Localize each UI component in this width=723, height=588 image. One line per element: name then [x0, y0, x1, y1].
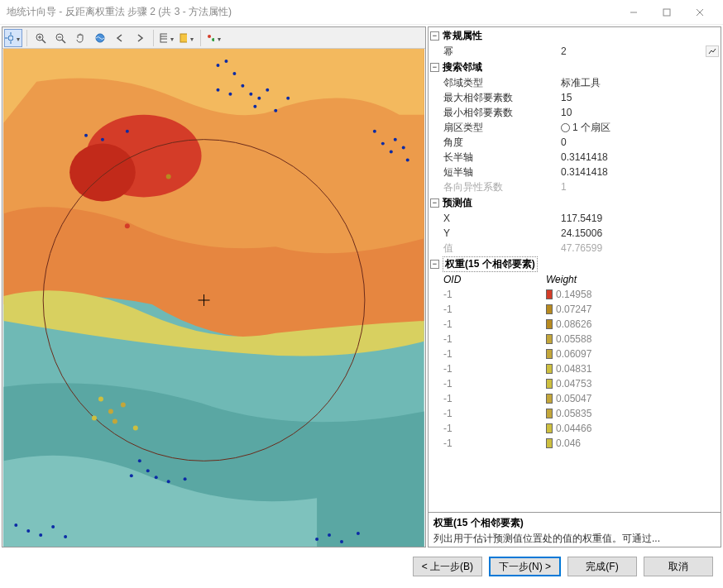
collapse-icon[interactable]: − [430, 63, 439, 72]
prop-angle[interactable]: 角度 0 [429, 135, 721, 150]
collapse-icon[interactable]: − [430, 198, 439, 208]
weight-row[interactable]: -10.05047 [429, 391, 721, 406]
prop-neighborhood-type[interactable]: 邻域类型 标准工具 [429, 75, 721, 90]
properties-list: − 常规属性 幂 2 − 搜索邻域 邻域类型 标准工具 最大相邻要素数 15 [429, 27, 721, 512]
svg-point-62 [328, 533, 331, 537]
section-title: 权重(15 个相邻要素) [443, 256, 538, 272]
weight-row[interactable]: -10.046 [429, 436, 721, 451]
full-extent-tool[interactable] [91, 29, 109, 47]
svg-point-4 [8, 36, 13, 41]
zoom-in-tool[interactable] [31, 29, 50, 47]
section-weights[interactable]: − 权重(15 个相邻要素) [429, 256, 721, 272]
main-area: − 常规属性 幂 2 − 搜索邻域 邻域类型 标准工具 最大相邻要素数 15 [0, 25, 723, 549]
weight-row[interactable]: -10.07247 [429, 302, 721, 317]
weight-value: 0.04831 [556, 363, 591, 375]
back-button[interactable]: < 上一步(B) [413, 557, 482, 576]
toolbar-separator [153, 30, 154, 46]
weight-color-icon [546, 349, 553, 359]
svg-point-56 [26, 529, 30, 533]
svg-point-49 [406, 159, 409, 162]
weight-color-icon [546, 364, 553, 374]
zoom-out-tool[interactable] [51, 29, 69, 47]
weight-color-icon [546, 319, 553, 329]
weight-color-icon [546, 394, 553, 404]
prop-sector-type[interactable]: 扇区类型 1 个扇区 [429, 120, 721, 135]
svg-point-30 [224, 60, 227, 63]
view-menu[interactable] [158, 29, 176, 47]
weight-row[interactable]: -10.14958 [429, 287, 721, 302]
weight-row[interactable]: -10.04753 [429, 376, 721, 391]
maximize-button[interactable] [650, 0, 683, 25]
weight-row[interactable]: -10.05588 [429, 332, 721, 347]
map-view[interactable] [2, 49, 425, 547]
svg-point-68 [121, 403, 126, 408]
weight-value: 0.05835 [556, 408, 591, 419]
close-button[interactable] [683, 0, 716, 25]
svg-rect-20 [180, 34, 187, 42]
prop-major-axis[interactable]: 长半轴 0.3141418 [429, 150, 721, 165]
collapse-icon[interactable]: − [430, 31, 439, 41]
finish-button[interactable]: 完成(F) [567, 557, 637, 576]
points-menu[interactable] [205, 29, 223, 47]
prop-anisotropy: 各向异性系数 1 [429, 179, 721, 194]
svg-point-43 [126, 130, 129, 133]
svg-point-33 [257, 97, 261, 100]
svg-point-32 [249, 93, 252, 96]
power-optimize-icon[interactable] [706, 45, 719, 57]
layer-menu[interactable] [178, 29, 196, 47]
weight-color-icon [546, 304, 553, 314]
prop-x[interactable]: X 117.5419 [429, 211, 721, 226]
section-predicted[interactable]: − 预测值 [429, 194, 721, 211]
prop-max-neighbors[interactable]: 最大相邻要素数 15 [429, 90, 721, 105]
map-toolbar [2, 27, 425, 49]
help-title: 权重(15 个相邻要素) [433, 516, 716, 530]
cancel-button[interactable]: 取消 [644, 557, 713, 576]
weight-row[interactable]: -10.04831 [429, 361, 721, 376]
weight-row[interactable]: -10.06097 [429, 347, 721, 361]
svg-point-25 [69, 144, 136, 202]
weight-oid: -1 [429, 289, 544, 300]
svg-rect-1 [663, 9, 670, 16]
svg-point-72 [113, 419, 117, 424]
prop-power[interactable]: 幂 2 [429, 44, 721, 59]
sector-icon [561, 123, 570, 132]
pan-tool[interactable] [71, 29, 89, 47]
weight-oid: -1 [429, 378, 544, 390]
svg-point-38 [241, 84, 244, 88]
section-search[interactable]: − 搜索邻域 [429, 59, 721, 75]
weight-row[interactable]: -10.05835 [429, 406, 721, 421]
weight-value: 0.06097 [556, 348, 591, 360]
svg-point-46 [394, 138, 397, 141]
prop-label: 幂 [443, 45, 559, 59]
prop-minor-axis[interactable]: 短半轴 0.3141418 [429, 165, 721, 179]
next-extent-tool[interactable] [131, 29, 149, 47]
weight-row[interactable]: -10.08626 [429, 317, 721, 332]
prop-y[interactable]: Y 24.15006 [429, 226, 721, 241]
section-general[interactable]: − 常规属性 [429, 27, 721, 44]
weight-oid: -1 [429, 408, 544, 419]
svg-point-45 [381, 142, 385, 146]
weight-color-icon [546, 438, 553, 448]
weight-color-icon [546, 409, 553, 418]
weight-row[interactable]: -10.04466 [429, 421, 721, 436]
svg-point-41 [84, 134, 88, 137]
section-title: 搜索邻域 [443, 60, 482, 74]
svg-point-66 [166, 174, 171, 179]
help-panel: 权重(15 个相邻要素) 列出用于估计预测值位置处的值的权重值。可通过... [429, 512, 721, 547]
next-button[interactable]: 下一步(N) > [489, 557, 561, 576]
svg-point-59 [64, 535, 67, 538]
svg-point-39 [228, 93, 232, 96]
prev-extent-tool[interactable] [111, 29, 129, 47]
weight-value: 0.04753 [556, 378, 591, 390]
svg-point-37 [286, 97, 290, 100]
prop-min-neighbors[interactable]: 最小相邻要素数 10 [429, 105, 721, 120]
minimize-button[interactable] [617, 0, 650, 25]
section-title: 预测值 [443, 196, 472, 210]
svg-point-70 [92, 416, 97, 421]
crosshair-tool[interactable] [4, 29, 22, 47]
svg-point-57 [39, 533, 42, 537]
collapse-icon[interactable]: − [430, 260, 439, 269]
wizard-footer: < 上一步(B) 下一步(N) > 完成(F) 取消 [0, 549, 723, 584]
help-description: 列出用于估计预测值位置处的值的权重值。可通过... [433, 532, 716, 546]
prop-value[interactable]: 2 [559, 45, 706, 57]
